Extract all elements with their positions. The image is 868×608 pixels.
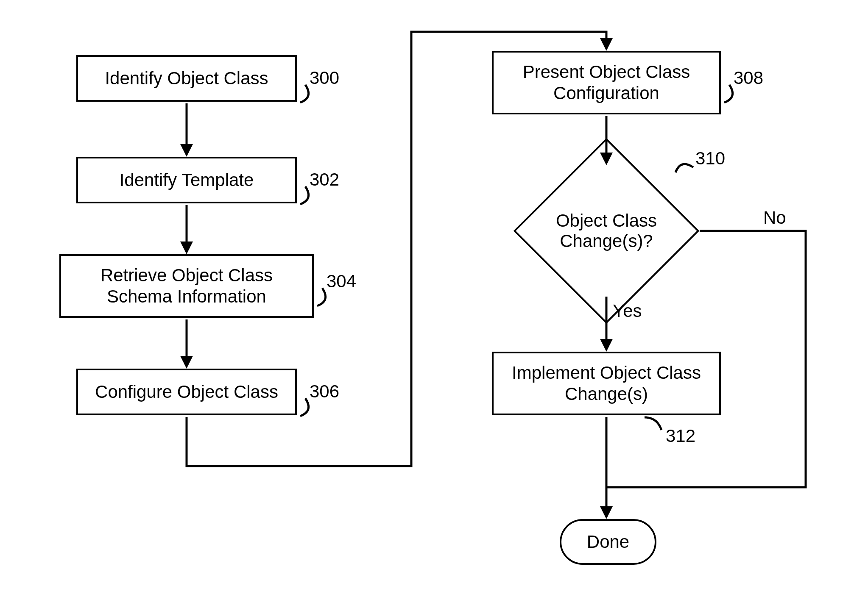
svg-marker-12 xyxy=(600,506,613,519)
process-label: Present Object Class Configuration xyxy=(502,61,711,104)
edge-label-no: No xyxy=(763,208,786,228)
svg-marker-10 xyxy=(600,339,613,352)
process-identify-object-class: Identify Object Class xyxy=(76,55,297,102)
process-label: Identify Object Class xyxy=(105,68,268,89)
ref-300: 300 xyxy=(310,68,339,88)
terminator-done: Done xyxy=(560,519,656,565)
svg-marker-1 xyxy=(180,144,193,157)
edge-label-yes: Yes xyxy=(613,301,642,321)
process-identify-template: Identify Template xyxy=(76,157,297,203)
process-implement-changes: Implement Object Class Change(s) xyxy=(492,352,721,415)
ref-304: 304 xyxy=(327,271,356,292)
ref-312: 312 xyxy=(666,426,695,446)
process-label: Retrieve Object Class Schema Information xyxy=(70,265,304,308)
svg-marker-3 xyxy=(180,242,193,254)
process-label: Implement Object Class Change(s) xyxy=(502,362,711,405)
ref-302: 302 xyxy=(310,169,339,190)
process-present-configuration: Present Object Class Configuration xyxy=(492,51,721,114)
svg-marker-5 xyxy=(180,356,193,369)
decision-label: Object Class Change(s)? xyxy=(515,211,698,251)
terminator-label: Done xyxy=(587,532,629,552)
process-label: Configure Object Class xyxy=(95,381,278,403)
svg-marker-6 xyxy=(600,38,613,51)
decision-object-class-changes: Object Class Change(s)? xyxy=(541,165,672,297)
ref-308: 308 xyxy=(734,68,763,88)
flowchart-canvas: Identify Object Class 300 Identify Templ… xyxy=(0,0,868,608)
ref-306: 306 xyxy=(310,381,339,402)
process-retrieve-schema: Retrieve Object Class Schema Information xyxy=(59,254,314,318)
process-label: Identify Template xyxy=(120,169,254,191)
ref-310: 310 xyxy=(695,148,725,169)
process-configure-object-class: Configure Object Class xyxy=(76,369,297,415)
